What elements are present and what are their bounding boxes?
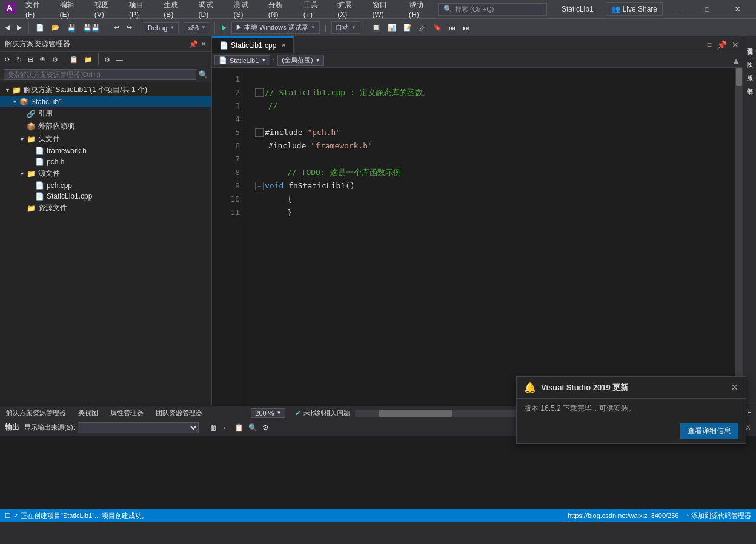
toolbar-debug-extra5[interactable]: ⏮ [446,23,458,33]
scope-range-dropdown[interactable]: (全局范围) ▼ [277,55,324,66]
close-button[interactable]: ✕ [723,0,751,18]
se-close-icon[interactable]: ✕ [201,40,207,48]
menu-debug[interactable]: 调试(D) [194,0,228,21]
run-config-dropdown[interactable]: ▶ 本地 Windows 调试器 ▼ [231,21,320,34]
toolbar-debug-extra6[interactable]: ⏭ [460,23,472,33]
menu-tools[interactable]: 工具(T) [299,0,332,21]
tree-resources[interactable]: 📁 资源文件 [0,202,211,214]
menu-test[interactable]: 测试(S) [229,0,262,21]
output-source-select[interactable] [78,422,199,433]
se-sync-btn[interactable]: ⟳ [2,55,13,65]
output-clear-btn[interactable]: 🗑 [208,423,219,432]
debug-config-label: Debug [148,24,167,32]
platform-dropdown[interactable]: x86 ▼ [184,22,210,33]
code-editor[interactable]: 1 2 3 4 5 6 7 8 9 10 11 −// StaticLib1.c… [212,68,743,406]
menu-project[interactable]: 项目(P) [124,0,158,21]
run-button[interactable]: ▶ [219,22,229,33]
se-pin-icon[interactable]: 📌 [189,40,198,48]
line-num-10: 10 [212,193,240,206]
tab-pin-button[interactable]: 📌 [715,40,728,50]
tab-file-icon: 📄 [219,41,228,50]
se-refresh-btn[interactable]: ↻ [14,55,24,65]
fold-1[interactable]: − [255,88,264,97]
se-collapse-btn[interactable]: ⊟ [25,55,36,65]
menu-extensions[interactable]: 扩展(X) [333,0,366,21]
tree-source-group[interactable]: ▼ 📁 源文件 [0,167,211,180]
attach-dropdown[interactable]: 自动 ▼ [331,21,360,34]
debug-config-dropdown[interactable]: Debug ▼ [144,22,179,33]
toolbar-debug-extra3[interactable]: 📝 [401,22,414,33]
bottom-tab-se[interactable]: 解决方案资源管理器 [0,407,72,419]
toolbar-undo[interactable]: ↩ [111,22,122,33]
live-share-button[interactable]: 👥 Live Share [606,2,663,16]
menu-window[interactable]: 窗口(W) [368,0,403,21]
tree-references[interactable]: 🔗 引用 [0,107,211,120]
output-settings-btn[interactable]: ⚙ [260,423,271,432]
tree-project[interactable]: ▼ 📦 StaticLib1 [0,96,211,107]
se-folder-btn[interactable]: 📁 [82,55,95,65]
toolbar-save[interactable]: 💾 [65,22,78,33]
menu-help[interactable]: 帮助(H) [404,0,438,21]
toolbar-debug-extra4[interactable]: 🖊 [417,23,428,33]
tree-staticlib-cpp[interactable]: 📄 StaticLib1.cpp [0,191,211,202]
toolbar-open[interactable]: 📂 [49,22,62,33]
toast-close-button[interactable]: ✕ [731,382,738,393]
tab-list-button[interactable]: ≡ [706,40,713,50]
menu-file[interactable]: 文件(F) [21,0,54,21]
menu-analyze[interactable]: 分析(N) [264,0,297,21]
minimize-button[interactable]: — [663,0,691,18]
toolbar-debug-extra[interactable]: 🔲 [370,22,383,33]
resources-folder-icon: 📁 [27,204,36,213]
bottom-tab-prop[interactable]: 属性管理器 [104,407,150,419]
toolbar-back[interactable]: ◀ [2,22,12,33]
code-text[interactable]: −// StaticLib1.cpp : 定义静态库的函数。 // −#incl… [245,68,735,406]
framework-h-label: framework.h [47,147,87,155]
line-num-11: 11 [212,206,240,219]
fold-8[interactable]: − [255,182,264,190]
toolbar-debug-extra2[interactable]: 📊 [385,22,399,33]
rs-bookmark-icon[interactable]: 书签 [744,79,755,88]
maximize-button[interactable]: □ [693,0,721,18]
tree-ext-deps[interactable]: 📦 外部依赖项 [0,120,211,133]
tab-staticlib-cpp[interactable]: 📄 StaticLib1.cpp ✕ [212,36,294,53]
toolbar-bookmark[interactable]: 🔖 [431,22,444,33]
menu-view[interactable]: 视图(V) [90,0,123,21]
footer-link[interactable]: https://blog.csdn.net/waixiz_3400/256 [568,512,678,519]
tree-headers-group[interactable]: ▼ 📁 头文件 [0,133,211,145]
se-preview-btn[interactable]: — [114,55,125,64]
tree-pch-h[interactable]: 📄 pch.h [0,156,211,167]
editor-scrollbar[interactable] [735,68,743,406]
tab-close-icon[interactable]: ✕ [281,42,286,48]
rs-server-icon[interactable]: 服务 [744,65,755,75]
scope-scroll-up-icon[interactable]: ▲ [732,56,740,65]
output-copy-btn[interactable]: 📋 [233,423,245,432]
se-show-all-btn[interactable]: 👁 [37,55,48,64]
toolbar-redo[interactable]: ↪ [124,22,134,33]
toast-action-button[interactable]: 查看详细信息 [680,423,738,439]
se-search-input[interactable] [4,69,196,80]
rs-solution-icon[interactable]: 资源管理器 [744,39,755,48]
rs-git-icon[interactable]: 团队 [744,52,755,62]
se-property-btn[interactable]: 📋 [67,55,81,65]
menu-edit[interactable]: 编辑(E) [55,0,88,21]
tab-close-all-button[interactable]: ✕ [731,40,740,50]
output-wrap-btn[interactable]: ↔ [220,423,231,432]
footer-add-source-btn[interactable]: ↑ 添加到源代码管理器 [686,511,751,520]
se-settings-btn[interactable]: ⚙ [102,55,113,65]
global-search-box[interactable]: 🔍 搜索 (Ctrl+Q) [438,3,547,16]
tree-framework-h[interactable]: 📄 framework.h [0,145,211,156]
tree-pch-cpp[interactable]: 📄 pch.cpp [0,180,211,191]
scope-file-dropdown[interactable]: 📄 StaticLib1 ▼ [214,55,270,65]
zoom-dropdown[interactable]: 200 % ▼ [251,408,285,418]
output-search-btn[interactable]: 🔍 [247,423,259,432]
toolbar-forward[interactable]: ▶ [15,22,24,33]
tree-solution[interactable]: ▼ 📁 解决方案"StaticLib1"(1 个项目/共 1 个) [0,84,211,96]
bottom-tab-team[interactable]: 团队资源管理器 [150,407,208,419]
se-sep1 [64,53,64,65]
menu-build[interactable]: 生成(B) [159,0,192,21]
bottom-tab-class[interactable]: 类视图 [72,407,104,419]
se-filter-btn[interactable]: ⚙ [50,55,61,65]
fold-4[interactable]: − [255,128,264,137]
toolbar-save-all[interactable]: 💾💾 [81,22,102,33]
toolbar-new-project[interactable]: 📄 [33,22,47,33]
